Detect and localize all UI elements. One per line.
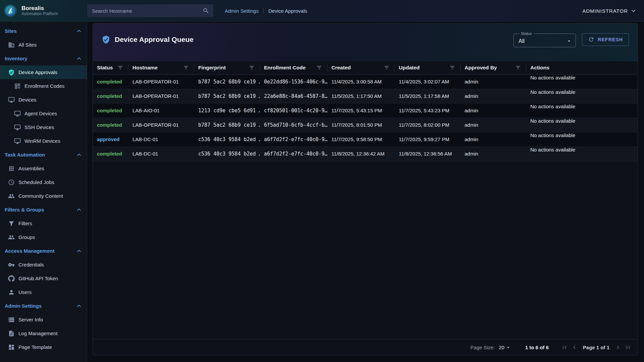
status-cell: completed <box>93 146 128 161</box>
sidebar-item-users[interactable]: Users <box>0 285 87 299</box>
table-row[interactable]: completed LAB-DC-01 c536 40c3 9584 b2ed … <box>93 146 638 161</box>
filter-icon[interactable] <box>183 65 189 71</box>
person-icon <box>8 289 15 296</box>
dropdown-caret-icon <box>505 345 511 350</box>
user-menu-label: ADMINISTRATOR <box>582 8 628 14</box>
header-controls: Status All REFRESH <box>514 32 629 47</box>
sidebar-item-filters[interactable]: Filters <box>0 217 87 230</box>
sidebar-item-page-template[interactable]: Page Template <box>0 340 87 354</box>
previous-page-button[interactable] <box>570 343 579 352</box>
chevron-up-icon <box>76 152 82 158</box>
filter-icon[interactable] <box>515 65 521 71</box>
brand: Borealis Automation Platform <box>0 4 87 18</box>
breadcrumb-admin-settings[interactable]: Admin Settings <box>225 8 259 14</box>
fingerprint-cell: c536 40c3 9584 b2ed … <box>194 132 260 146</box>
shield-check-icon <box>8 69 15 76</box>
chevron-up-icon <box>76 303 82 309</box>
filter-icon[interactable] <box>117 65 123 71</box>
table-row[interactable]: completed LAB-OPERATOR-01 b787 5ac2 68b9… <box>93 89 638 103</box>
actions-cell: No actions available <box>526 89 638 103</box>
status-filter-value: All <box>519 38 525 44</box>
chevron-up-icon <box>76 248 82 254</box>
column-header-status[interactable]: Status <box>93 61 128 74</box>
status-cell: approved <box>93 132 128 146</box>
sidebar-item-scheduled-jobs[interactable]: Scheduled Jobs <box>0 175 87 189</box>
sidebar-item-credentials[interactable]: Credentials <box>0 258 87 272</box>
sidebar-item-github-api-token[interactable]: GitHub API Token <box>0 272 87 285</box>
status-filter-select[interactable]: Status All <box>514 32 576 47</box>
table-row[interactable]: approved LAB-DC-01 c536 40c3 9584 b2ed …… <box>93 132 638 146</box>
borealis-logo-icon <box>3 4 17 18</box>
dropdown-caret-icon <box>566 38 572 44</box>
approval-table: Status Hostname Fingerprint Enrollment C… <box>93 61 638 161</box>
sites-icon <box>8 42 15 48</box>
row-range-text: 1 to 6 of 6 <box>525 345 549 350</box>
created-cell: 11/7/2025, 5:43:15 PM <box>327 103 395 118</box>
column-header-enrollment-code[interactable]: Enrollment Code <box>260 61 327 74</box>
sidebar-item-devices[interactable]: Devices <box>0 93 87 107</box>
chevron-up-icon <box>76 55 82 62</box>
breadcrumb-device-approvals[interactable]: Device Approvals <box>268 8 307 14</box>
filter-icon[interactable] <box>449 65 455 71</box>
app-subtitle: Automation Platform <box>21 12 58 16</box>
last-page-button[interactable] <box>623 343 632 352</box>
sidebar-item-agent-devices[interactable]: Agent Devices <box>0 107 87 120</box>
filter-icon[interactable] <box>384 65 389 71</box>
hostname-search[interactable] <box>87 4 213 17</box>
column-header-fingerprint[interactable]: Fingerprint <box>194 61 260 74</box>
actions-cell: No actions available <box>526 103 638 118</box>
page-title: Device Approval Queue <box>115 36 194 44</box>
fingerprint-cell: b787 5ac2 68b9 ce19 … <box>194 74 260 89</box>
sidebar-item-groups[interactable]: Groups <box>0 230 87 244</box>
funnel-icon <box>8 220 15 227</box>
table-footer: Page Size: 20 1 to 6 of 6 Page 1 of 1 <box>93 339 638 355</box>
created-cell: 11/7/2025, 9:58:50 PM <box>327 132 395 146</box>
github-icon <box>8 275 15 282</box>
monitor-icon <box>8 97 15 103</box>
sidebar-section-admin-settings[interactable]: Admin Settings <box>0 299 87 313</box>
column-header-hostname[interactable]: Hostname <box>128 61 194 74</box>
first-page-icon <box>561 344 568 351</box>
column-header-approved-by[interactable]: Approved By <box>461 61 526 74</box>
status-cell: completed <box>93 74 128 89</box>
search-input[interactable] <box>91 8 200 14</box>
next-page-button[interactable] <box>613 343 623 352</box>
sidebar-item-assemblies[interactable]: Assemblies <box>0 162 87 175</box>
sidebar-item-ssh-devices[interactable]: SSH Devices <box>0 120 87 134</box>
sidebar-item-winrm-devices[interactable]: WinRM Devices <box>0 134 87 148</box>
sidebar-section-task-automation[interactable]: Task Automation <box>0 148 87 162</box>
server-icon <box>8 316 15 323</box>
approved-by-cell: admin <box>461 89 526 103</box>
document-icon <box>8 330 15 337</box>
fingerprint-cell: b787 5ac2 68b9 ce19 … <box>194 118 260 132</box>
sidebar-item-device-approvals[interactable]: Device Approvals <box>0 65 87 79</box>
table-row[interactable]: completed LAB-OPERATOR-01 b787 5ac2 68b9… <box>93 118 638 132</box>
sidebar-item-enrollment-codes[interactable]: Enrollment Codes <box>0 79 87 93</box>
sidebar-section-access-management[interactable]: Access Management <box>0 244 87 258</box>
sidebar-item-server-info[interactable]: Server Info <box>0 313 87 326</box>
sidebar-item-log-management[interactable]: Log Management <box>0 326 87 340</box>
search-icon[interactable] <box>203 7 209 14</box>
filter-icon[interactable] <box>249 65 255 71</box>
first-page-button[interactable] <box>560 343 569 352</box>
sidebar-section-inventory[interactable]: Inventory <box>0 52 87 65</box>
approved-by-cell: admin <box>461 103 526 118</box>
sidebar-item-all-sites[interactable]: All Sites <box>0 38 87 52</box>
table-row[interactable]: completed LAB-AIO-01 1213 cd9e cbe5 6d91… <box>93 103 638 118</box>
sidebar-item-community-content[interactable]: Community Content <box>0 189 87 203</box>
refresh-button[interactable]: REFRESH <box>582 33 629 46</box>
column-header-updated[interactable]: Updated <box>395 61 461 74</box>
fingerprint-cell: b787 5ac2 68b9 ce19 … <box>194 89 260 103</box>
user-menu[interactable]: ADMINISTRATOR <box>582 8 637 14</box>
actions-cell: No actions available <box>526 74 638 89</box>
column-header-created[interactable]: Created <box>327 61 395 74</box>
chevron-up-icon <box>76 206 82 213</box>
monitor-icon <box>14 124 21 131</box>
sidebar-section-filters-groups[interactable]: Filters & Groups <box>0 203 87 217</box>
filter-icon[interactable] <box>316 65 322 71</box>
page-size-select[interactable]: 20 <box>499 345 511 350</box>
apps-icon <box>8 165 15 172</box>
page-size-label: Page Size: <box>471 345 495 350</box>
table-row[interactable]: completed LAB-OPERATOR-01 b787 5ac2 68b9… <box>93 74 638 89</box>
sidebar-section-sites[interactable]: Sites <box>0 24 87 38</box>
